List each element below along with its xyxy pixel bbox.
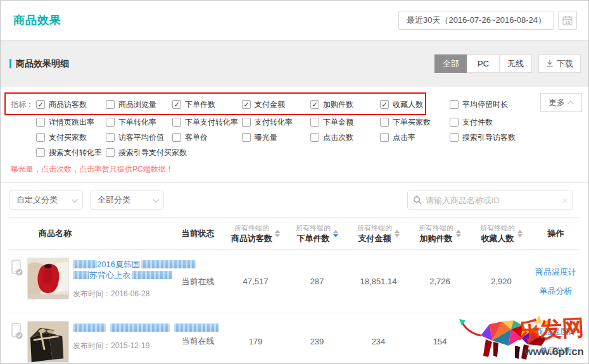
favorites-value [471,313,532,364]
custom-category-value: 自定义分类 [16,194,58,206]
metric-checkbox-item[interactable]: 曝光量 [242,132,310,143]
chevron-up-icon [567,100,574,106]
metric-checkbox-item[interactable]: 支付买家数 [36,132,106,143]
thermometer-link[interactable]: 商品温度计 [535,267,576,278]
header-product-name: 商品名称 [10,228,171,239]
single-item-analysis-link[interactable]: 单品分析 [540,286,573,297]
checkbox[interactable] [380,118,389,127]
checkbox[interactable] [36,133,45,142]
date-range-button[interactable]: 最近30天（2016-07-26~2016-08-24） [398,11,554,30]
checkbox[interactable] [380,133,389,142]
metric-checkbox-item[interactable]: 下单转化率 [106,117,172,128]
clear-search-icon[interactable]: × [562,195,567,206]
product-image[interactable] [27,321,69,363]
header-visitors-sort[interactable]: 所有终端的商品访客数 [225,223,286,244]
metric-checkbox-item[interactable]: ✓支付金额 [242,99,310,110]
search-icon [413,196,422,204]
visitors-value: 179 [225,313,286,364]
metric-checkbox-item[interactable]: 客单价 [172,132,242,143]
mobile-published-icon [10,322,23,340]
checkbox[interactable] [242,133,251,142]
checkbox[interactable] [36,148,45,157]
action-cell: 商品温度计 单品分析 [532,313,580,364]
thermometer-link[interactable]: 商品温度计 [535,326,576,337]
all-category-select[interactable]: 全部分类 [91,191,164,210]
status-cell: 当前在线 [171,250,225,313]
header-status: 当前状态 [171,228,225,239]
sort-arrows-icon[interactable] [456,230,461,237]
calendar-icon: 15 [562,15,573,26]
tab-wireless[interactable]: 无线 [499,54,532,73]
custom-category-select[interactable]: 自定义分类 [10,191,83,210]
checkbox[interactable] [106,100,115,109]
metric-checkbox-item[interactable]: 搜索引导支付买家数 [106,147,242,158]
download-label: 下载 [557,58,573,70]
page-title: 商品效果 [13,13,61,28]
tab-pc[interactable]: PC [467,54,500,73]
band-right: 全部 PC 无线 下载 [435,54,581,73]
single-item-analysis-link[interactable]: 单品分析 [540,345,573,356]
accent-bar [10,59,11,68]
checkbox[interactable] [450,133,459,142]
action-cell: 商品温度计 单品分析 [532,250,580,313]
product-effect-page: 商品效果 最近30天（2016-07-26~2016-08-24） 15 商品效… [0,0,589,364]
products-table: 商品名称 当前状态 所有终端的商品访客数 所有终端的下单件数 所有终端的支付金额… [1,217,588,364]
metric-checkbox-item[interactable]: 点击次数 [310,132,380,143]
metric-checkbox-item[interactable]: 详情页跳出率 [36,117,106,128]
metric-checkbox-item[interactable]: 访客平均价值 [106,132,172,143]
download-icon [546,60,554,68]
top-header: 商品效果 最近30天（2016-07-26~2016-08-24） 15 [1,1,588,40]
metric-checkbox-item[interactable]: 支付转化率 [242,117,310,128]
date-area: 最近30天（2016-07-26~2016-08-24） 15 [398,11,577,30]
metric-checkbox-item[interactable]: 下单买家数 [380,117,450,128]
checkbox[interactable] [106,133,115,142]
metric-checkbox-item[interactable]: ✓商品访客数 [36,99,106,110]
sort-arrows-icon[interactable] [395,230,400,237]
header-orders-sort[interactable]: 所有终端的下单件数 [286,223,348,244]
header-cart-sort[interactable]: 所有终端的加购件数 [409,223,471,244]
sort-arrows-icon[interactable] [275,230,280,237]
checkbox[interactable]: ✓ [242,100,251,109]
checkbox[interactable] [242,118,251,127]
search-input[interactable] [426,196,562,205]
metric-checkbox-item[interactable]: 下单金额 [310,117,380,128]
metric-checkbox-item[interactable]: ✓收藏人数 [380,99,450,110]
checkbox[interactable] [106,148,115,157]
checkbox[interactable]: ✓ [310,100,319,109]
payment-value: 234 [348,313,409,364]
product-name-cell: 2016夏韩国 苏背心上衣 发布时间：2016-06-28 [10,250,171,313]
search-box: × [407,191,573,210]
metrics-row-2: 详情页跳出率 下单转化率 下单支付转化率 支付转化率 下单金额 下单买家数 支付… [1,115,588,130]
metric-checkbox-item[interactable]: 搜索引导访客数 [450,132,588,143]
checkbox[interactable] [106,118,115,127]
metric-checkbox-item[interactable]: 支付件数 [450,117,588,128]
product-name-cell: 发布时间：2015-12-19 [10,313,171,364]
metrics-row-3: 支付买家数 访客平均价值 客单价 曝光量 点击次数 点击率 搜索引导访客数 [1,130,588,145]
checkbox[interactable]: ✓ [36,100,45,109]
sort-arrows-icon[interactable] [333,230,338,237]
calendar-button[interactable]: 15 [558,11,577,30]
header-payment-sort[interactable]: 所有终端的支付金额 [348,223,409,244]
checkbox[interactable]: ✓ [172,100,181,109]
sort-arrows-icon[interactable] [517,230,522,237]
download-button[interactable]: 下载 [538,54,581,73]
metrics-row-4: 搜索支付转化率 搜索引导支付买家数 [1,145,588,160]
metric-checkbox-item[interactable]: ✓下单件数 [172,99,242,110]
checkbox[interactable] [172,118,181,127]
checkbox[interactable] [450,100,459,109]
more-button[interactable]: 更多 [540,93,582,112]
checkbox[interactable] [450,118,459,127]
metric-checkbox-item[interactable]: 点击率 [380,132,450,143]
metric-checkbox-item[interactable]: 下单支付转化率 [172,117,242,128]
metric-checkbox-item[interactable]: 商品浏览量 [106,99,172,110]
checkbox[interactable] [310,133,319,142]
checkbox[interactable] [36,118,45,127]
tab-all[interactable]: 全部 [434,54,467,73]
metric-checkbox-item[interactable]: ✓加购件数 [310,99,380,110]
checkbox[interactable] [310,118,319,127]
header-favorites-sort[interactable]: 所有终端的收藏人数 [471,223,532,244]
checkbox[interactable] [172,133,181,142]
metric-checkbox-item[interactable]: 搜索支付转化率 [36,147,106,158]
checkbox[interactable]: ✓ [380,100,389,109]
product-image[interactable] [27,258,69,299]
